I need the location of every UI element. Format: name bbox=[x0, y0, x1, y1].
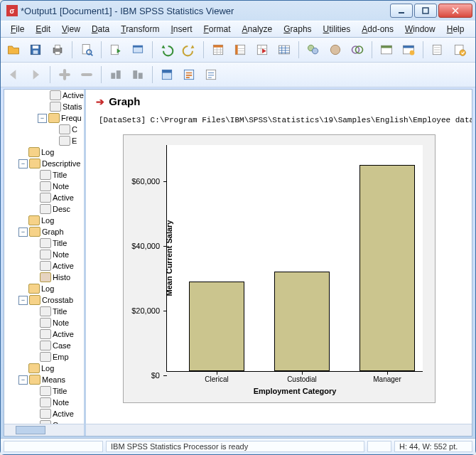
toolbar-nav bbox=[1, 63, 475, 87]
menu-help[interactable]: Help bbox=[441, 23, 470, 35]
menu-insert[interactable]: Insert bbox=[165, 23, 198, 35]
split-file-button[interactable] bbox=[399, 40, 418, 60]
nav-back-button[interactable] bbox=[4, 65, 23, 85]
use-sets-button[interactable] bbox=[347, 40, 367, 60]
print-preview-button[interactable] bbox=[77, 40, 97, 60]
outline-item[interactable]: Emp bbox=[6, 351, 84, 363]
tree-toggle-icon[interactable]: − bbox=[18, 375, 28, 385]
open-button[interactable] bbox=[4, 40, 23, 60]
show-all-button[interactable] bbox=[377, 40, 396, 60]
menu-edit[interactable]: Edit bbox=[30, 23, 56, 35]
outline-item[interactable]: Desc bbox=[6, 203, 84, 215]
promote-button[interactable] bbox=[55, 65, 75, 85]
outline-item[interactable]: C bbox=[6, 124, 84, 135]
svg-point-24 bbox=[330, 45, 340, 54]
print-button[interactable] bbox=[48, 40, 67, 60]
outline-item[interactable]: −Frequ bbox=[6, 112, 84, 124]
viewer-pane[interactable]: ➔ Graph [DataSet3] C:\Program Files\IBM\… bbox=[86, 90, 472, 436]
menu-add-ons[interactable]: Add-ons bbox=[356, 23, 399, 35]
goto-data-button[interactable] bbox=[208, 40, 228, 60]
save-button[interactable] bbox=[26, 40, 45, 60]
menu-transform[interactable]: Transform bbox=[115, 23, 165, 35]
menu-format[interactable]: Format bbox=[198, 23, 237, 35]
new-heading-button[interactable] bbox=[157, 65, 177, 85]
outline-item[interactable]: −Descriptive bbox=[6, 158, 84, 169]
outline-item[interactable]: Title bbox=[6, 306, 84, 317]
tree-toggle-icon[interactable]: − bbox=[18, 296, 28, 305]
goto-variable-button[interactable] bbox=[252, 40, 272, 60]
variables-button[interactable] bbox=[274, 40, 294, 60]
expand-button[interactable] bbox=[128, 65, 148, 85]
outline-horizontal-scrollbar[interactable] bbox=[4, 424, 84, 436]
goto-case-button[interactable] bbox=[230, 40, 250, 60]
outline-item[interactable]: Note bbox=[6, 397, 84, 408]
new-title-button[interactable] bbox=[179, 65, 199, 85]
outline-item[interactable]: −Means bbox=[6, 374, 84, 385]
weight-cases-button[interactable] bbox=[428, 40, 448, 60]
outline-item[interactable]: Active bbox=[6, 328, 84, 340]
redo-button[interactable] bbox=[179, 40, 199, 60]
demote-button[interactable] bbox=[77, 65, 97, 85]
outline-item[interactable]: Log bbox=[6, 215, 84, 226]
outline-item[interactable]: Histo bbox=[6, 272, 84, 283]
maximize-button[interactable] bbox=[414, 4, 437, 18]
outline-item[interactable]: Case bbox=[6, 340, 84, 351]
outline-item[interactable]: Active bbox=[6, 408, 84, 419]
designate-window-button[interactable] bbox=[450, 40, 470, 60]
note-icon bbox=[40, 386, 51, 396]
undo-button[interactable] bbox=[157, 40, 177, 60]
chart-object[interactable]: Mean Current Salary Employment Category … bbox=[123, 134, 436, 403]
menu-view[interactable]: View bbox=[56, 23, 86, 35]
export-button[interactable] bbox=[106, 40, 126, 60]
outline-item[interactable]: −Crosstab bbox=[6, 294, 84, 306]
outline-item[interactable]: Active bbox=[6, 90, 84, 101]
outline-label: Case bbox=[53, 341, 71, 350]
menu-utilities[interactable]: Utilities bbox=[318, 23, 357, 35]
outline-item[interactable]: Statis bbox=[6, 101, 84, 112]
x-tick-label: Custodial bbox=[270, 375, 334, 383]
tree-toggle-icon[interactable]: − bbox=[18, 228, 28, 237]
outline-item[interactable]: E bbox=[6, 135, 84, 146]
outline-item[interactable]: Title bbox=[6, 169, 84, 181]
outline-label: Note bbox=[53, 318, 69, 328]
outline-item[interactable]: Note bbox=[6, 249, 84, 260]
value-labels-button[interactable] bbox=[325, 40, 345, 60]
menu-data[interactable]: Data bbox=[86, 23, 115, 35]
menu-graphs[interactable]: Graphs bbox=[278, 23, 317, 35]
tree-toggle-icon[interactable]: − bbox=[18, 159, 28, 168]
app-window: σ *Output1 [Document1] - IBM SPSS Statis… bbox=[0, 0, 476, 455]
outline-item[interactable]: Log bbox=[6, 283, 84, 294]
viewer-horizontal-scrollbar[interactable] bbox=[86, 424, 472, 436]
collapse-button[interactable] bbox=[106, 65, 126, 85]
nav-forward-button[interactable] bbox=[26, 65, 45, 85]
y-tick-label: $20,000 bbox=[131, 306, 167, 315]
note-icon bbox=[40, 181, 51, 191]
svg-rect-9 bbox=[55, 52, 60, 55]
close-button[interactable] bbox=[438, 4, 472, 18]
outline-label: Active bbox=[53, 261, 74, 271]
minimize-button[interactable] bbox=[390, 4, 413, 18]
outline-item[interactable]: Note bbox=[6, 317, 84, 328]
title-bar: σ *Output1 [Document1] - IBM SPSS Statis… bbox=[1, 1, 475, 21]
outline-tree[interactable]: ActiveStatis−FrequCELog−DescriptiveTitle… bbox=[4, 90, 84, 424]
outline-item[interactable]: Log bbox=[6, 146, 84, 158]
select-cases-button[interactable] bbox=[303, 40, 323, 60]
outline-item[interactable]: −Graph bbox=[6, 226, 84, 237]
outline-item[interactable]: Note bbox=[6, 181, 84, 192]
outline-item[interactable]: Active bbox=[6, 260, 84, 272]
outline-item[interactable]: Title bbox=[6, 237, 84, 249]
menu-analyze[interactable]: Analyze bbox=[237, 23, 278, 35]
x-tick-label: Manager bbox=[355, 375, 419, 383]
svg-rect-35 bbox=[111, 73, 115, 79]
outline-item[interactable]: Title bbox=[6, 385, 84, 397]
tree-toggle-icon[interactable]: − bbox=[38, 114, 47, 123]
menu-file[interactable]: File bbox=[5, 23, 30, 35]
outline-pane[interactable]: ActiveStatis−FrequCELog−DescriptiveTitle… bbox=[4, 90, 86, 436]
outline-label: Active bbox=[63, 90, 84, 100]
outline-item[interactable]: Active bbox=[6, 192, 84, 203]
outline-item[interactable]: Log bbox=[6, 363, 84, 374]
outline-label: E bbox=[72, 136, 77, 146]
menu-window[interactable]: Window bbox=[399, 23, 441, 35]
new-text-button[interactable] bbox=[201, 65, 221, 85]
recall-dialog-button[interactable] bbox=[128, 40, 148, 60]
